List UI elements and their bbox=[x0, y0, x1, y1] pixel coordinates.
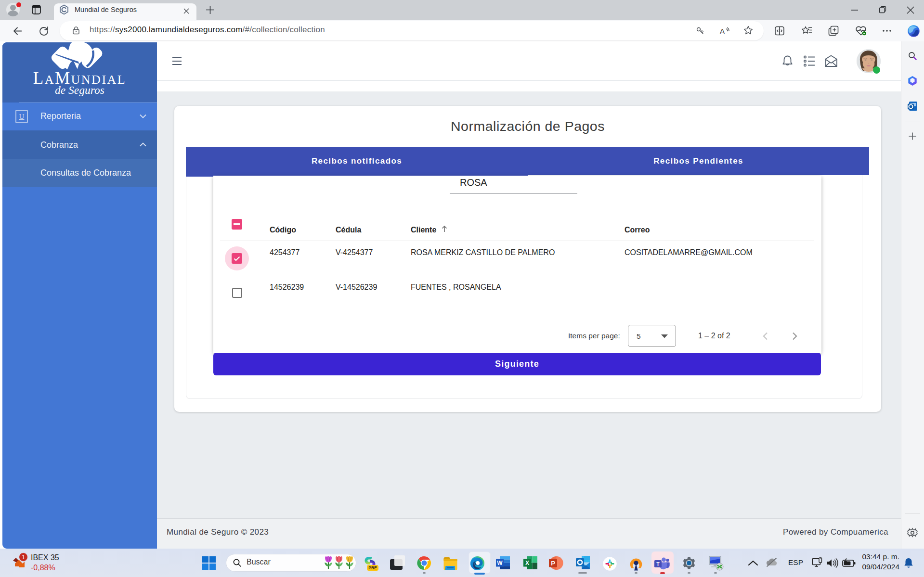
svg-text:T: T bbox=[656, 561, 660, 567]
svg-text:X: X bbox=[525, 560, 529, 566]
svg-text:W: W bbox=[497, 560, 503, 566]
svg-text:A: A bbox=[720, 27, 725, 35]
svg-text:P: P bbox=[551, 560, 555, 567]
svg-text:U: U bbox=[19, 113, 25, 120]
